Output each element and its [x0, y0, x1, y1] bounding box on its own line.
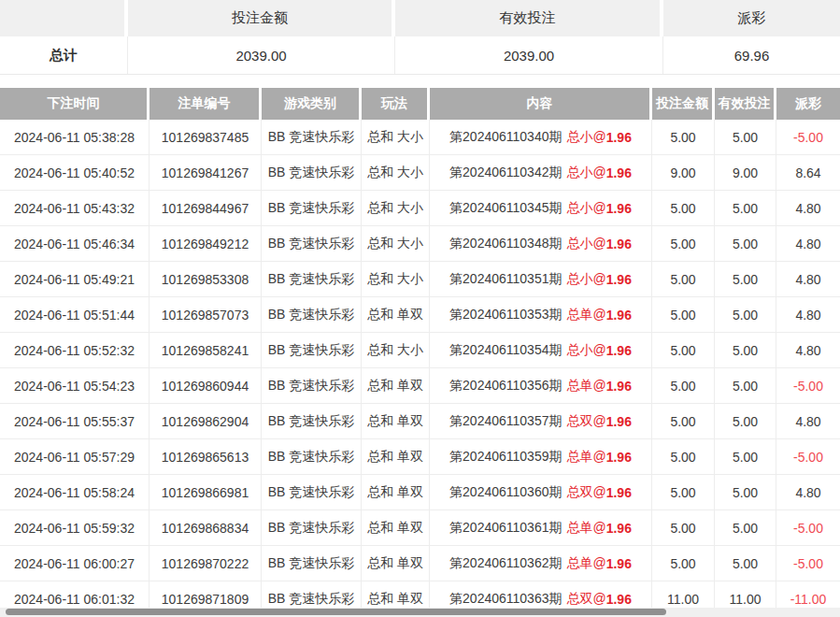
- period-text: 第202406110342期: [449, 165, 562, 181]
- content-cell: 第202406110353期 总单@ 1.96: [430, 297, 652, 332]
- content-cell: 第202406110340期 总小@ 1.96: [430, 120, 652, 154]
- period-text: 第202406110359期: [449, 449, 562, 466]
- payout-cell: 4.80: [776, 297, 840, 332]
- valid-bet-cell: 5.00: [715, 226, 776, 261]
- order-number-cell: 101269870222: [149, 546, 262, 581]
- game-category-cell: BB 竞速快乐彩: [262, 226, 362, 261]
- period-text: 第202406110357期: [449, 413, 562, 430]
- content-cell: 第202406110359期 总单@ 1.96: [430, 439, 652, 474]
- table-row: 2024-06-11 05:40:52 101269841267 BB 竞速快乐…: [0, 155, 840, 191]
- bets-table-header-row: 下注时间 注单编号 游戏类别 玩法 内容 投注金额 有效投注 派彩: [0, 88, 840, 120]
- table-row: 2024-06-11 05:55:37 101269862904 BB 竞速快乐…: [0, 404, 840, 439]
- pick-text: 总小@: [566, 165, 605, 181]
- valid-bet-cell: 5.00: [715, 120, 776, 154]
- pick-text: 总单@: [566, 378, 605, 395]
- order-number-cell: 101269853308: [149, 262, 262, 296]
- table-row: 2024-06-11 05:49:21 101269853308 BB 竞速快乐…: [0, 262, 840, 297]
- odds-text: 1.96: [606, 272, 632, 287]
- content-cell: 第202406110342期 总小@ 1.96: [430, 155, 652, 190]
- odds-text: 1.96: [606, 485, 632, 500]
- order-number-cell: 101269837485: [149, 120, 262, 154]
- bet-amount-cell: 9.00: [652, 155, 715, 190]
- table-row: 2024-06-11 05:58:24 101269866981 BB 竞速快乐…: [0, 475, 840, 510]
- content-cell: 第202406110361期 总单@ 1.96: [430, 510, 652, 545]
- bet-amount-cell: 5.00: [652, 262, 715, 296]
- period-text: 第202406110340期: [449, 129, 562, 146]
- play-type-cell: 总和 单双: [362, 404, 430, 438]
- bet-amount-cell: 5.00: [652, 120, 715, 154]
- pick-text: 总小@: [566, 129, 605, 146]
- valid-bet-cell: 5.00: [715, 546, 776, 581]
- play-type-cell: 总和 大小: [362, 226, 430, 261]
- header-payout: 派彩: [776, 88, 840, 120]
- order-number-cell: 101269862904: [149, 404, 262, 438]
- table-row: 2024-06-11 05:38:28 101269837485 BB 竞速快乐…: [0, 120, 840, 155]
- valid-bet-cell: 5.00: [715, 510, 776, 545]
- bet-amount-cell: 5.00: [652, 510, 715, 545]
- period-text: 第202406110354期: [449, 342, 562, 359]
- table-row: 2024-06-11 06:00:27 101269870222 BB 竞速快乐…: [0, 546, 840, 581]
- odds-text: 1.96: [606, 308, 632, 323]
- horizontal-scrollbar-track[interactable]: [0, 608, 840, 617]
- play-type-cell: 总和 大小: [362, 120, 430, 154]
- valid-bet-cell: 5.00: [715, 297, 776, 332]
- bet-time-cell: 2024-06-11 05:55:37: [0, 404, 149, 438]
- order-number-cell: 101269858241: [149, 333, 262, 367]
- table-row: 2024-06-11 05:54:23 101269860944 BB 竞速快乐…: [0, 368, 840, 404]
- odds-text: 1.96: [606, 414, 632, 429]
- summary-total-row: 总计 2039.00 2039.00 69.96: [0, 36, 840, 75]
- valid-bet-cell: 9.00: [715, 155, 776, 190]
- payout-cell: 4.80: [776, 226, 840, 261]
- odds-text: 1.96: [606, 237, 632, 251]
- table-row: 2024-06-11 05:52:32 101269858241 BB 竞速快乐…: [0, 333, 840, 368]
- order-number-cell: 101269849212: [149, 226, 262, 261]
- horizontal-scrollbar-thumb[interactable]: [6, 609, 666, 615]
- header-bet-amount: 投注金额: [652, 88, 715, 120]
- content-cell: 第202406110357期 总双@ 1.96: [430, 404, 652, 438]
- bet-time-cell: 2024-06-11 05:40:52: [0, 155, 149, 190]
- period-text: 第202406110361期: [449, 520, 562, 537]
- odds-text: 1.96: [606, 592, 632, 607]
- bet-time-cell: 2024-06-11 05:59:32: [0, 510, 149, 545]
- order-number-cell: 101269860944: [149, 368, 262, 403]
- game-category-cell: BB 竞速快乐彩: [262, 120, 362, 154]
- game-category-cell: BB 竞速快乐彩: [262, 510, 362, 545]
- content-cell: 第202406110345期 总小@ 1.96: [430, 191, 652, 225]
- game-category-cell: BB 竞速快乐彩: [262, 546, 362, 581]
- game-category-cell: BB 竞速快乐彩: [262, 191, 362, 225]
- header-content: 内容: [430, 88, 652, 120]
- odds-text: 1.96: [606, 201, 632, 216]
- period-text: 第202406110345期: [449, 200, 562, 217]
- order-number-cell: 101269868834: [149, 510, 262, 545]
- content-cell: 第202406110362期 总单@ 1.96: [430, 546, 652, 581]
- payout-cell: -5.00: [776, 120, 840, 154]
- odds-text: 1.96: [606, 521, 632, 536]
- bet-time-cell: 2024-06-11 05:51:44: [0, 297, 149, 332]
- game-category-cell: BB 竞速快乐彩: [262, 404, 362, 438]
- order-number-cell: 101269865613: [149, 439, 262, 474]
- payout-cell: 8.64: [776, 155, 840, 190]
- period-text: 第202406110351期: [449, 271, 562, 288]
- content-cell: 第202406110356期 总单@ 1.96: [430, 368, 652, 403]
- period-text: 第202406110362期: [449, 555, 562, 572]
- table-row: 2024-06-11 05:46:34 101269849212 BB 竞速快乐…: [0, 226, 840, 262]
- order-number-cell: 101269857073: [149, 297, 262, 332]
- game-category-cell: BB 竞速快乐彩: [262, 155, 362, 190]
- bet-time-cell: 2024-06-11 05:49:21: [0, 262, 149, 296]
- period-text: 第202406110360期: [449, 484, 562, 501]
- payout-cell: 4.80: [776, 404, 840, 438]
- play-type-cell: 总和 单双: [362, 475, 430, 509]
- game-category-cell: BB 竞速快乐彩: [262, 439, 362, 474]
- order-number-cell: 101269866981: [149, 475, 262, 509]
- play-type-cell: 总和 大小: [362, 333, 430, 367]
- payout-cell: 4.80: [776, 262, 840, 296]
- game-category-cell: BB 竞速快乐彩: [262, 475, 362, 509]
- play-type-cell: 总和 大小: [362, 191, 430, 225]
- valid-bet-cell: 5.00: [715, 475, 776, 509]
- bet-amount-cell: 5.00: [652, 368, 715, 403]
- content-cell: 第202406110354期 总小@ 1.96: [430, 333, 652, 367]
- period-text: 第202406110363期: [449, 591, 562, 608]
- summary-payout-total: 69.96: [663, 36, 840, 74]
- odds-text: 1.96: [606, 165, 632, 180]
- bet-time-cell: 2024-06-11 05:57:29: [0, 439, 149, 474]
